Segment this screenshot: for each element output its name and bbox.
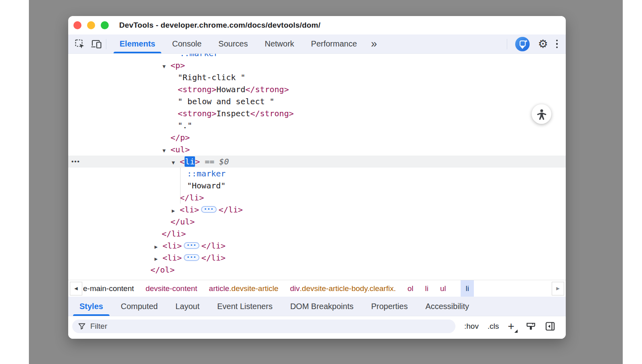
breadcrumb-item[interactable]: ol: [406, 280, 414, 297]
dom-token-tag: </li>: [162, 229, 186, 239]
dom-tree-row[interactable]: ::marker: [68, 54, 566, 59]
inspect-element-icon[interactable]: [75, 39, 85, 49]
dom-token-tag: <li>: [180, 205, 199, 214]
dom-token-tag: <li>: [163, 253, 182, 263]
minimize-window-button[interactable]: [87, 21, 95, 29]
dom-tree-panel: ::marker▼<p>"Right-click "<strong>Howard…: [68, 54, 566, 280]
element-classes-button[interactable]: .cls: [488, 322, 499, 331]
dom-token-tag: <: [180, 157, 185, 166]
styles-filter-input[interactable]: Filter: [72, 320, 455, 333]
collapsed-children-ellipsis-button[interactable]: •••: [184, 242, 199, 249]
breadcrumb-item[interactable]: article.devsite-article: [208, 280, 279, 297]
window-titlebar: DevTools - developer.chrome.com/docs/dev…: [68, 16, 566, 34]
dom-tree-row[interactable]: <strong>Inspect</strong>: [68, 107, 566, 119]
breadcrumb-part: .devsite-article: [229, 284, 278, 293]
dom-tree-row[interactable]: </p>: [68, 131, 566, 144]
dom-tree-row[interactable]: ▼<p>: [68, 59, 566, 71]
breadcrumb-item[interactable]: div.devsite-article-body.clearfix.: [289, 280, 397, 297]
dom-tree-row-selected[interactable]: •••▼<li> == $0: [68, 156, 566, 168]
breadcrumb: e-main-contentdevsite-contentarticle.dev…: [82, 280, 479, 297]
dom-token-tag: </li>: [180, 193, 204, 202]
dom-tree-row[interactable]: ::marker: [68, 168, 566, 180]
tab-network[interactable]: Network: [256, 34, 303, 53]
row-overflow-dots-icon[interactable]: •••: [71, 156, 80, 168]
dom-tree-row[interactable]: <strong>Howard</strong>: [68, 83, 566, 95]
tab-performance[interactable]: Performance: [303, 34, 366, 53]
new-style-rule-button[interactable]: +: [508, 321, 516, 332]
devtools-window: DevTools - developer.chrome.com/docs/dev…: [68, 16, 566, 339]
dom-tree-row[interactable]: "Howard": [68, 180, 566, 192]
toolbar-right-divider: [507, 39, 507, 49]
breadcrumb-bar: ◀ e-main-contentdevsite-contentarticle.d…: [68, 280, 566, 297]
breadcrumb-part: div: [290, 284, 300, 293]
tab-console[interactable]: Console: [164, 34, 210, 53]
dom-token-tag: </ol>: [150, 265, 175, 275]
expander-open-icon[interactable]: ▼: [163, 145, 171, 157]
dom-token-text: "Right-click ": [178, 73, 246, 82]
sidebar-tab-dom-breakpoints[interactable]: DOM Breakpoints: [281, 297, 362, 316]
ai-assistance-button[interactable]: ✦: [515, 37, 530, 51]
dom-tree-row[interactable]: </ul>: [68, 216, 566, 228]
dom-token-tag: <ul>: [171, 145, 190, 154]
expander-closed-icon[interactable]: ▶: [154, 253, 163, 265]
breadcrumb-item[interactable]: e-main-content: [82, 280, 135, 297]
dom-token-tag: </p>: [171, 133, 190, 142]
styles-filter-toolbar: Filter :hov .cls +: [68, 316, 566, 339]
toggle-device-toolbar-icon[interactable]: [91, 39, 102, 49]
expander-open-icon[interactable]: ▼: [163, 61, 171, 73]
dom-tree-row[interactable]: ▼<ul>: [68, 144, 566, 156]
devtools-main-toolbar: ElementsConsoleSourcesNetworkPerformance…: [68, 34, 566, 54]
paint-brush-icon[interactable]: [526, 321, 536, 332]
dom-tree-row[interactable]: </ol>: [68, 264, 566, 276]
breadcrumb-scroll-right-button[interactable]: ▶: [552, 282, 564, 295]
dom-tree-row[interactable]: ".": [68, 119, 566, 131]
filter-placeholder: Filter: [90, 322, 107, 331]
toggle-element-state-button[interactable]: :hov: [464, 322, 479, 331]
breadcrumb-item[interactable]: ul: [439, 280, 447, 297]
dom-token-tag: <p>: [171, 61, 185, 70]
sidebar-tab-event-listeners[interactable]: Event Listeners: [208, 297, 281, 316]
dock-side-icon[interactable]: [545, 321, 555, 332]
breadcrumb-item[interactable]: li: [424, 280, 429, 297]
sidebar-tab-layout[interactable]: Layout: [167, 297, 208, 316]
dom-tree-row[interactable]: " below and select ": [68, 95, 566, 107]
ai-assistance-tail: [520, 47, 524, 49]
dom-tree-row[interactable]: "Right-click ": [68, 71, 566, 83]
sidebar-tab-computed[interactable]: Computed: [112, 297, 167, 316]
sidebar-tab-styles[interactable]: Styles: [71, 297, 112, 316]
dom-token-tag: <strong>: [178, 109, 216, 118]
breadcrumb-scroll-left-button[interactable]: ◀: [70, 282, 82, 295]
dom-token-tag-hl: li: [185, 156, 195, 167]
breadcrumb-part: li: [465, 284, 469, 293]
more-options-kebab-icon[interactable]: [556, 40, 558, 49]
dom-tree-row[interactable]: ▶<li>•••</li>: [68, 240, 566, 252]
dom-tree-row[interactable]: </li>: [68, 228, 566, 240]
expander-open-icon[interactable]: ▼: [172, 157, 180, 169]
expander-closed-icon[interactable]: ▶: [172, 205, 180, 217]
dom-token-tag: >: [195, 157, 200, 166]
dom-tree-row[interactable]: </li>: [68, 192, 566, 204]
zoom-window-button[interactable]: [101, 21, 109, 29]
dom-token-pseudo: ::marker: [180, 54, 218, 58]
dom-tree-row[interactable]: ▶<li>•••</li>: [68, 204, 566, 216]
breadcrumb-item[interactable]: devsite-content: [145, 280, 198, 297]
dom-tree-row[interactable]: ▶<li>•••</li>: [68, 252, 566, 264]
accessibility-fab[interactable]: [532, 104, 551, 124]
close-window-button[interactable]: [73, 21, 81, 29]
breadcrumb-item-selected[interactable]: li: [461, 280, 473, 297]
dom-token-eq: ==: [200, 157, 219, 166]
sidebar-tab-accessibility[interactable]: Accessibility: [416, 297, 478, 316]
sidebar-tab-properties[interactable]: Properties: [362, 297, 416, 316]
tab-elements[interactable]: Elements: [111, 34, 164, 53]
dom-token-text: Howard: [216, 85, 245, 94]
traffic-lights: [68, 21, 109, 29]
dom-token-text: " below and select ": [178, 97, 274, 106]
more-panels-chevron[interactable]: »: [366, 34, 383, 53]
settings-gear-icon[interactable]: ⚙: [538, 38, 548, 50]
collapsed-children-ellipsis-button[interactable]: •••: [184, 254, 199, 261]
dom-token-pseudo: ::marker: [187, 169, 226, 178]
dom-token-dollar: $0: [219, 157, 229, 166]
collapsed-children-ellipsis-button[interactable]: •••: [201, 206, 217, 213]
expander-closed-icon[interactable]: ▶: [154, 241, 163, 253]
tab-sources[interactable]: Sources: [210, 34, 256, 53]
